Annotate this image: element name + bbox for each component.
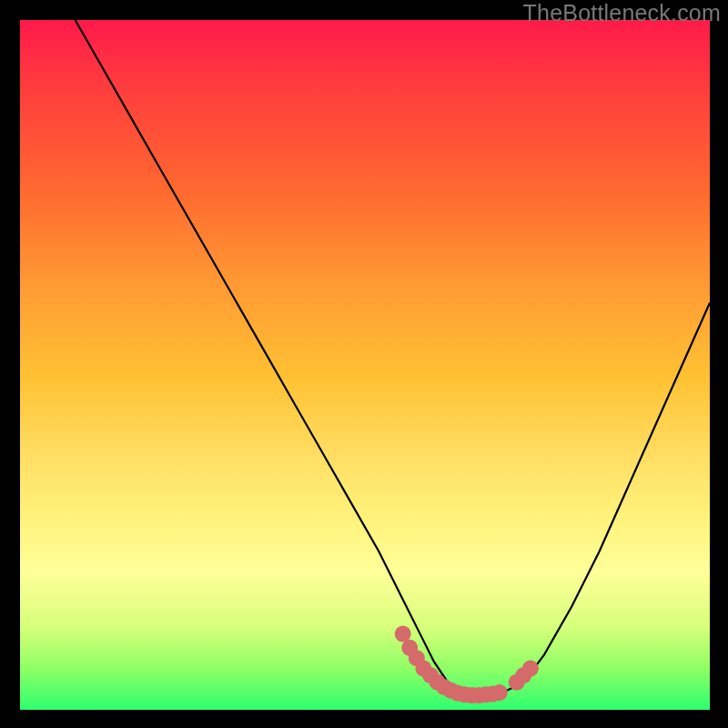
curve-svg — [20, 20, 710, 710]
curve-marker — [491, 684, 508, 701]
chart-frame: TheBottleneck.com — [0, 0, 728, 728]
watermark-text: TheBottleneck.com — [523, 0, 721, 26]
curve-marker — [522, 661, 539, 677]
bottleneck-curve — [76, 20, 710, 696]
plot-area — [20, 20, 710, 710]
curve-markers — [395, 626, 539, 703]
